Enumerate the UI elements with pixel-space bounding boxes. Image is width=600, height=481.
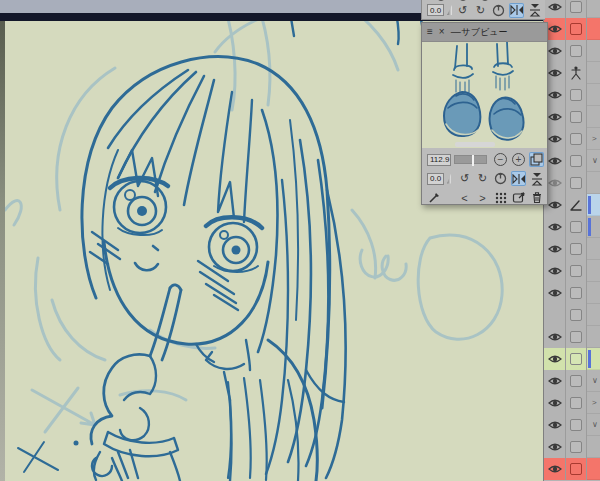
layer-thumbnail[interactable] [566, 326, 587, 348]
layer-thumbnail[interactable] [566, 106, 587, 128]
layer-row-extra[interactable] [587, 282, 600, 304]
horizontal-scrollbar[interactable] [455, 142, 495, 147]
layer-thumbnail[interactable] [566, 0, 587, 18]
layer-row-extra[interactable]: ∨ [587, 150, 600, 172]
layer-row-extra[interactable] [587, 18, 600, 40]
layer-row[interactable] [544, 172, 600, 194]
layer-row-extra[interactable] [587, 62, 600, 84]
layer-thumbnail[interactable] [566, 458, 587, 480]
layer-row[interactable] [544, 40, 600, 62]
layer-row-extra[interactable]: > [587, 128, 600, 150]
layer-thumbnail[interactable] [566, 172, 587, 194]
layer-thumbnail[interactable] [566, 304, 587, 326]
flip-horizontal-button[interactable] [511, 171, 526, 186]
layer-thumbnail[interactable] [566, 238, 587, 260]
layer-row-extra[interactable] [587, 194, 600, 216]
layer-visibility-toggle[interactable] [544, 260, 566, 282]
layer-thumbnail[interactable] [566, 414, 587, 436]
reset-rotation-button[interactable] [493, 171, 508, 186]
layer-visibility-toggle[interactable] [544, 458, 566, 480]
zoom-slider[interactable] [454, 155, 487, 164]
rotation-slider-wedge[interactable] [447, 5, 452, 15]
layer-row-extra[interactable] [587, 260, 600, 282]
layer-row[interactable] [544, 326, 600, 348]
subview-header[interactable]: ≡ × — サブビュー [422, 23, 547, 42]
layer-row-extra[interactable] [587, 106, 600, 128]
layer-row[interactable] [544, 304, 600, 326]
layer-row[interactable] [544, 282, 600, 304]
layer-row[interactable]: ∨ [544, 414, 600, 436]
layer-row[interactable] [544, 436, 600, 458]
expand-chevron-icon[interactable]: ∨ [592, 421, 598, 429]
flip-vertical-button[interactable] [529, 171, 544, 186]
flip-horizontal-button[interactable] [509, 3, 524, 18]
layer-thumbnail[interactable] [566, 40, 587, 62]
rotate-ccw-button[interactable]: ↺ [455, 3, 470, 18]
prev-page-button[interactable]: < [457, 190, 472, 205]
layer-row[interactable]: ∨ [544, 150, 600, 172]
layer-thumbnail[interactable] [566, 260, 587, 282]
layer-row[interactable] [544, 348, 600, 370]
layer-visibility-toggle[interactable] [544, 348, 566, 370]
layer-row-extra[interactable] [587, 238, 600, 260]
layer-thumbnail[interactable] [566, 370, 587, 392]
rotate-ccw-button[interactable]: ↺ [457, 171, 472, 186]
switch-canvas-button[interactable] [511, 190, 526, 205]
layer-visibility-toggle[interactable] [544, 392, 566, 414]
layer-row[interactable] [544, 18, 600, 40]
layer-visibility-toggle[interactable] [544, 0, 566, 18]
rotation-slider-wedge[interactable] [447, 174, 451, 184]
zoom-out-button[interactable]: − [493, 152, 508, 167]
layer-row[interactable] [544, 62, 600, 84]
layer-row[interactable] [544, 194, 600, 216]
layer-row[interactable] [544, 458, 600, 480]
layer-row[interactable] [544, 0, 600, 18]
layer-visibility-toggle[interactable] [544, 414, 566, 436]
grid-view-button[interactable] [493, 190, 508, 205]
layer-row[interactable] [544, 84, 600, 106]
layer-row[interactable] [544, 260, 600, 282]
layer-row-extra[interactable] [587, 0, 600, 18]
layer-thumbnail[interactable] [566, 282, 587, 304]
layer-thumbnail[interactable] [566, 348, 587, 370]
flip-vertical-button[interactable] [527, 3, 542, 18]
layer-visibility-toggle[interactable] [544, 304, 566, 326]
layer-visibility-toggle[interactable] [544, 370, 566, 392]
subview-canvas[interactable] [422, 42, 547, 148]
layer-row-extra[interactable]: ∨ [587, 370, 600, 392]
layer-row-extra[interactable] [587, 84, 600, 106]
layer-thumbnail[interactable] [566, 150, 587, 172]
layer-row[interactable] [544, 216, 600, 238]
next-page-button[interactable]: > [475, 190, 490, 205]
layer-row[interactable]: > [544, 392, 600, 414]
layer-thumbnail[interactable] [566, 84, 587, 106]
layer-thumbnail[interactable] [566, 18, 587, 40]
layer-row[interactable]: ∨ [544, 370, 600, 392]
layer-thumbnail[interactable] [566, 62, 587, 84]
layer-row[interactable] [544, 238, 600, 260]
layer-row-extra[interactable]: ∨ [587, 414, 600, 436]
layer-row-extra[interactable] [587, 326, 600, 348]
layer-visibility-toggle[interactable] [544, 238, 566, 260]
rotation-value-box[interactable]: 0.0 [427, 4, 444, 16]
layer-visibility-toggle[interactable] [544, 282, 566, 304]
layer-row-extra[interactable] [587, 172, 600, 194]
layer-row[interactable] [544, 106, 600, 128]
layer-visibility-toggle[interactable] [544, 216, 566, 238]
layer-row-extra[interactable] [587, 304, 600, 326]
expand-chevron-icon[interactable]: ∨ [592, 377, 598, 385]
layer-row-extra[interactable]: > [587, 392, 600, 414]
reset-rotation-button[interactable] [491, 3, 506, 18]
eyedropper-button[interactable] [427, 190, 442, 205]
fit-to-window-button[interactable] [529, 152, 544, 167]
layer-row-extra[interactable] [587, 40, 600, 62]
layer-thumbnail[interactable] [566, 128, 587, 150]
layer-visibility-toggle[interactable] [544, 436, 566, 458]
delete-button[interactable] [529, 190, 544, 205]
zoom-value-box[interactable]: 112.9 [427, 154, 451, 166]
layer-row-extra[interactable] [587, 436, 600, 458]
zoom-in-button[interactable]: + [511, 152, 526, 167]
expand-chevron-icon[interactable]: > [592, 135, 597, 143]
layer-row[interactable]: > [544, 128, 600, 150]
layer-row-extra[interactable] [587, 216, 600, 238]
